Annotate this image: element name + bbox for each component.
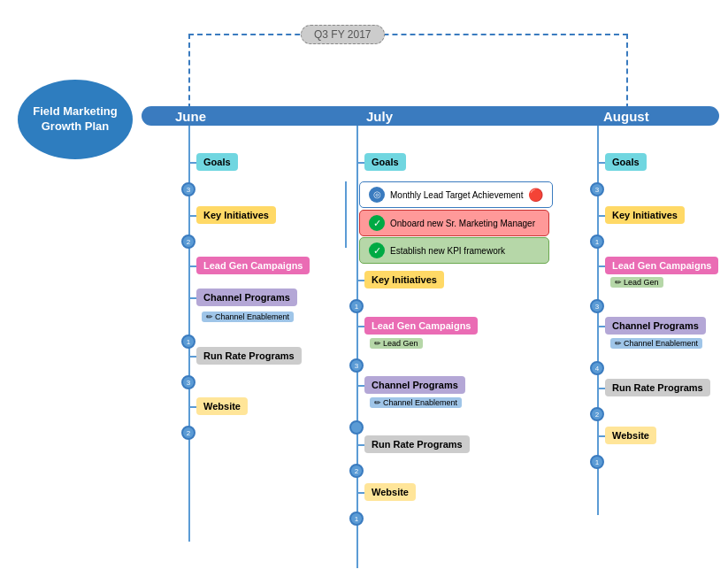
june-runrate-badge: 3 bbox=[181, 375, 195, 389]
quarter-label: Q3 FY 2017 bbox=[301, 25, 385, 44]
july-lead-target-item[interactable]: ◎ Monthly Lead Target Achievement 🔴 bbox=[359, 181, 553, 208]
august-leadgen-badge: 3 bbox=[590, 299, 604, 313]
july-channel-tag: ✏ Channel Enablement bbox=[370, 397, 462, 408]
june-website-box[interactable]: Website bbox=[196, 397, 248, 415]
august-runrate-badge: 2 bbox=[590, 407, 604, 421]
target-icon: ◎ bbox=[369, 187, 385, 203]
july-website-box[interactable]: Website bbox=[364, 483, 416, 501]
check-icon-2: ✓ bbox=[369, 242, 385, 258]
august-website-box[interactable]: Website bbox=[605, 427, 656, 444]
august-channel-badge: 4 bbox=[590, 361, 604, 375]
june-goals-badge: 3 bbox=[181, 182, 195, 196]
dashed-left-drop bbox=[188, 34, 190, 109]
july-kpi-item[interactable]: ✓ Establish new KPI framework bbox=[359, 237, 549, 264]
august-lead-gen-tag: ✏ Lead Gen bbox=[610, 277, 663, 288]
august-goals-badge: 3 bbox=[590, 182, 604, 196]
june-channel-tag: ✏ Channel Enablement bbox=[202, 312, 294, 322]
july-website-badge: 1 bbox=[349, 512, 364, 526]
july-lead-gen-box[interactable]: Lead Gen Campaigns bbox=[364, 317, 478, 335]
june-ki-badge: 2 bbox=[181, 235, 195, 249]
august-lead-gen-box[interactable]: Lead Gen Campaigns bbox=[605, 257, 718, 274]
july-goals-subline bbox=[345, 181, 347, 248]
august-goals-box[interactable]: Goals bbox=[605, 153, 647, 171]
july-channel-badge bbox=[349, 420, 364, 435]
dashed-top-line bbox=[188, 34, 628, 35]
july-key-initiatives-box[interactable]: Key Initiatives bbox=[364, 271, 444, 288]
august-key-initiatives-box[interactable]: Key Initiatives bbox=[605, 206, 685, 224]
dashed-right-drop bbox=[626, 34, 628, 109]
july-onboard-item[interactable]: ✓ Onboard new Sr. Marketing Manager bbox=[359, 210, 549, 236]
check-icon-1: ✓ bbox=[369, 215, 385, 231]
june-run-rate-box[interactable]: Run Rate Programs bbox=[196, 347, 302, 365]
chrome-icon: 🔴 bbox=[528, 188, 543, 202]
june-channel-badge: 1 bbox=[181, 335, 195, 349]
july-runrate-badge: 2 bbox=[349, 464, 364, 478]
august-ki-badge: 1 bbox=[590, 235, 604, 249]
july-label: July bbox=[366, 109, 393, 124]
july-channel-programs-box[interactable]: Channel Programs bbox=[364, 376, 465, 394]
june-goals-box[interactable]: Goals bbox=[196, 153, 238, 171]
june-key-initiatives-box[interactable]: Key Initiatives bbox=[196, 206, 276, 224]
june-website-badge: 2 bbox=[181, 426, 195, 440]
july-ki-badge: 1 bbox=[349, 299, 364, 313]
diagram: Field Marketing Growth Plan Q3 FY 2017 J… bbox=[0, 0, 728, 577]
august-channel-tag: ✏ Channel Enablement bbox=[610, 338, 702, 349]
june-lead-gen-box[interactable]: Lead Gen Campaigns bbox=[196, 257, 310, 274]
june-channel-programs-box[interactable]: Channel Programs bbox=[196, 288, 297, 306]
august-run-rate-box[interactable]: Run Rate Programs bbox=[605, 379, 710, 396]
july-lead-gen-tag: ✏ Lead Gen bbox=[370, 338, 423, 349]
august-website-badge: 1 bbox=[590, 455, 604, 469]
july-leadgen-badge: 3 bbox=[349, 358, 364, 373]
august-label: August bbox=[603, 109, 649, 124]
june-label: June bbox=[175, 109, 206, 124]
july-vline bbox=[356, 126, 358, 568]
july-goals-box[interactable]: Goals bbox=[364, 153, 406, 171]
july-run-rate-box[interactable]: Run Rate Programs bbox=[364, 435, 470, 453]
field-marketing-label: Field Marketing Growth Plan bbox=[18, 80, 133, 159]
timeline-bar: June July August bbox=[142, 106, 719, 126]
august-channel-programs-box[interactable]: Channel Programs bbox=[605, 317, 706, 335]
